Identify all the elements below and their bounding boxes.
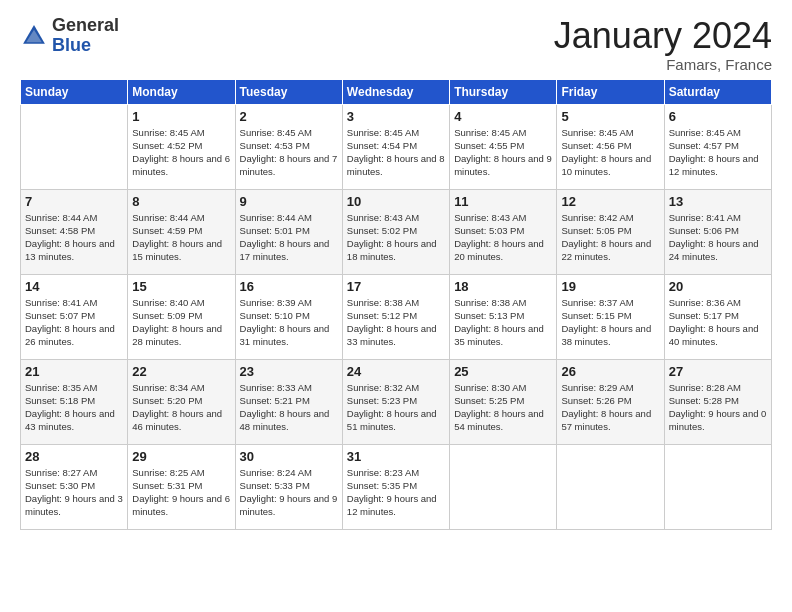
day-number: 29 bbox=[132, 449, 230, 464]
cell-w2-d4: 10Sunrise: 8:43 AM Sunset: 5:02 PM Dayli… bbox=[342, 189, 449, 274]
day-number: 21 bbox=[25, 364, 123, 379]
day-info: Sunrise: 8:27 AM Sunset: 5:30 PM Dayligh… bbox=[25, 466, 123, 519]
calendar-header: Sunday Monday Tuesday Wednesday Thursday… bbox=[21, 79, 772, 104]
day-number: 18 bbox=[454, 279, 552, 294]
cell-w4-d3: 23Sunrise: 8:33 AM Sunset: 5:21 PM Dayli… bbox=[235, 359, 342, 444]
day-info: Sunrise: 8:40 AM Sunset: 5:09 PM Dayligh… bbox=[132, 296, 230, 349]
day-info: Sunrise: 8:32 AM Sunset: 5:23 PM Dayligh… bbox=[347, 381, 445, 434]
cell-w5-d5 bbox=[450, 444, 557, 529]
cell-w3-d7: 20Sunrise: 8:36 AM Sunset: 5:17 PM Dayli… bbox=[664, 274, 771, 359]
cell-w1-d1 bbox=[21, 104, 128, 189]
logo-icon bbox=[20, 22, 48, 50]
cell-w1-d4: 3Sunrise: 8:45 AM Sunset: 4:54 PM Daylig… bbox=[342, 104, 449, 189]
calendar-table: Sunday Monday Tuesday Wednesday Thursday… bbox=[20, 79, 772, 530]
cell-w3-d2: 15Sunrise: 8:40 AM Sunset: 5:09 PM Dayli… bbox=[128, 274, 235, 359]
cell-w4-d7: 27Sunrise: 8:28 AM Sunset: 5:28 PM Dayli… bbox=[664, 359, 771, 444]
day-info: Sunrise: 8:45 AM Sunset: 4:57 PM Dayligh… bbox=[669, 126, 767, 179]
week-row-4: 21Sunrise: 8:35 AM Sunset: 5:18 PM Dayli… bbox=[21, 359, 772, 444]
day-number: 20 bbox=[669, 279, 767, 294]
title-block: January 2024 Famars, France bbox=[554, 16, 772, 73]
day-info: Sunrise: 8:38 AM Sunset: 5:13 PM Dayligh… bbox=[454, 296, 552, 349]
day-number: 14 bbox=[25, 279, 123, 294]
day-number: 17 bbox=[347, 279, 445, 294]
day-info: Sunrise: 8:44 AM Sunset: 4:58 PM Dayligh… bbox=[25, 211, 123, 264]
day-info: Sunrise: 8:24 AM Sunset: 5:33 PM Dayligh… bbox=[240, 466, 338, 519]
day-info: Sunrise: 8:41 AM Sunset: 5:06 PM Dayligh… bbox=[669, 211, 767, 264]
cell-w2-d1: 7Sunrise: 8:44 AM Sunset: 4:58 PM Daylig… bbox=[21, 189, 128, 274]
day-info: Sunrise: 8:36 AM Sunset: 5:17 PM Dayligh… bbox=[669, 296, 767, 349]
calendar-body: 1Sunrise: 8:45 AM Sunset: 4:52 PM Daylig… bbox=[21, 104, 772, 529]
cell-w4-d5: 25Sunrise: 8:30 AM Sunset: 5:25 PM Dayli… bbox=[450, 359, 557, 444]
day-info: Sunrise: 8:45 AM Sunset: 4:55 PM Dayligh… bbox=[454, 126, 552, 179]
day-number: 11 bbox=[454, 194, 552, 209]
day-info: Sunrise: 8:25 AM Sunset: 5:31 PM Dayligh… bbox=[132, 466, 230, 519]
cell-w2-d5: 11Sunrise: 8:43 AM Sunset: 5:03 PM Dayli… bbox=[450, 189, 557, 274]
week-row-2: 7Sunrise: 8:44 AM Sunset: 4:58 PM Daylig… bbox=[21, 189, 772, 274]
day-info: Sunrise: 8:44 AM Sunset: 4:59 PM Dayligh… bbox=[132, 211, 230, 264]
day-info: Sunrise: 8:38 AM Sunset: 5:12 PM Dayligh… bbox=[347, 296, 445, 349]
day-number: 19 bbox=[561, 279, 659, 294]
location-title: Famars, France bbox=[554, 56, 772, 73]
header-monday: Monday bbox=[128, 79, 235, 104]
cell-w3-d6: 19Sunrise: 8:37 AM Sunset: 5:15 PM Dayli… bbox=[557, 274, 664, 359]
cell-w1-d5: 4Sunrise: 8:45 AM Sunset: 4:55 PM Daylig… bbox=[450, 104, 557, 189]
cell-w5-d6 bbox=[557, 444, 664, 529]
day-info: Sunrise: 8:39 AM Sunset: 5:10 PM Dayligh… bbox=[240, 296, 338, 349]
day-info: Sunrise: 8:45 AM Sunset: 4:52 PM Dayligh… bbox=[132, 126, 230, 179]
day-info: Sunrise: 8:34 AM Sunset: 5:20 PM Dayligh… bbox=[132, 381, 230, 434]
cell-w3-d4: 17Sunrise: 8:38 AM Sunset: 5:12 PM Dayli… bbox=[342, 274, 449, 359]
week-row-1: 1Sunrise: 8:45 AM Sunset: 4:52 PM Daylig… bbox=[21, 104, 772, 189]
day-number: 1 bbox=[132, 109, 230, 124]
cell-w4-d6: 26Sunrise: 8:29 AM Sunset: 5:26 PM Dayli… bbox=[557, 359, 664, 444]
cell-w2-d2: 8Sunrise: 8:44 AM Sunset: 4:59 PM Daylig… bbox=[128, 189, 235, 274]
day-info: Sunrise: 8:29 AM Sunset: 5:26 PM Dayligh… bbox=[561, 381, 659, 434]
day-info: Sunrise: 8:35 AM Sunset: 5:18 PM Dayligh… bbox=[25, 381, 123, 434]
cell-w5-d7 bbox=[664, 444, 771, 529]
cell-w5-d4: 31Sunrise: 8:23 AM Sunset: 5:35 PM Dayli… bbox=[342, 444, 449, 529]
cell-w3-d1: 14Sunrise: 8:41 AM Sunset: 5:07 PM Dayli… bbox=[21, 274, 128, 359]
day-number: 7 bbox=[25, 194, 123, 209]
day-info: Sunrise: 8:45 AM Sunset: 4:53 PM Dayligh… bbox=[240, 126, 338, 179]
cell-w2-d7: 13Sunrise: 8:41 AM Sunset: 5:06 PM Dayli… bbox=[664, 189, 771, 274]
day-number: 4 bbox=[454, 109, 552, 124]
cell-w4-d1: 21Sunrise: 8:35 AM Sunset: 5:18 PM Dayli… bbox=[21, 359, 128, 444]
header-saturday: Saturday bbox=[664, 79, 771, 104]
day-info: Sunrise: 8:44 AM Sunset: 5:01 PM Dayligh… bbox=[240, 211, 338, 264]
day-number: 5 bbox=[561, 109, 659, 124]
day-number: 28 bbox=[25, 449, 123, 464]
day-number: 15 bbox=[132, 279, 230, 294]
day-number: 27 bbox=[669, 364, 767, 379]
header-row-days: Sunday Monday Tuesday Wednesday Thursday… bbox=[21, 79, 772, 104]
day-info: Sunrise: 8:45 AM Sunset: 4:56 PM Dayligh… bbox=[561, 126, 659, 179]
day-number: 9 bbox=[240, 194, 338, 209]
logo-blue: Blue bbox=[52, 36, 119, 56]
logo-general: General bbox=[52, 16, 119, 36]
cell-w3-d3: 16Sunrise: 8:39 AM Sunset: 5:10 PM Dayli… bbox=[235, 274, 342, 359]
day-number: 24 bbox=[347, 364, 445, 379]
day-info: Sunrise: 8:42 AM Sunset: 5:05 PM Dayligh… bbox=[561, 211, 659, 264]
day-number: 12 bbox=[561, 194, 659, 209]
day-number: 3 bbox=[347, 109, 445, 124]
day-info: Sunrise: 8:45 AM Sunset: 4:54 PM Dayligh… bbox=[347, 126, 445, 179]
month-title: January 2024 bbox=[554, 16, 772, 56]
day-number: 6 bbox=[669, 109, 767, 124]
day-number: 30 bbox=[240, 449, 338, 464]
week-row-3: 14Sunrise: 8:41 AM Sunset: 5:07 PM Dayli… bbox=[21, 274, 772, 359]
cell-w4-d2: 22Sunrise: 8:34 AM Sunset: 5:20 PM Dayli… bbox=[128, 359, 235, 444]
day-number: 31 bbox=[347, 449, 445, 464]
cell-w1-d3: 2Sunrise: 8:45 AM Sunset: 4:53 PM Daylig… bbox=[235, 104, 342, 189]
header-wednesday: Wednesday bbox=[342, 79, 449, 104]
cell-w2-d6: 12Sunrise: 8:42 AM Sunset: 5:05 PM Dayli… bbox=[557, 189, 664, 274]
header-thursday: Thursday bbox=[450, 79, 557, 104]
cell-w2-d3: 9Sunrise: 8:44 AM Sunset: 5:01 PM Daylig… bbox=[235, 189, 342, 274]
day-number: 8 bbox=[132, 194, 230, 209]
day-info: Sunrise: 8:43 AM Sunset: 5:03 PM Dayligh… bbox=[454, 211, 552, 264]
logo: General Blue bbox=[20, 16, 119, 56]
cell-w1-d6: 5Sunrise: 8:45 AM Sunset: 4:56 PM Daylig… bbox=[557, 104, 664, 189]
cell-w1-d7: 6Sunrise: 8:45 AM Sunset: 4:57 PM Daylig… bbox=[664, 104, 771, 189]
day-number: 10 bbox=[347, 194, 445, 209]
header-friday: Friday bbox=[557, 79, 664, 104]
day-info: Sunrise: 8:28 AM Sunset: 5:28 PM Dayligh… bbox=[669, 381, 767, 434]
day-number: 16 bbox=[240, 279, 338, 294]
day-info: Sunrise: 8:30 AM Sunset: 5:25 PM Dayligh… bbox=[454, 381, 552, 434]
